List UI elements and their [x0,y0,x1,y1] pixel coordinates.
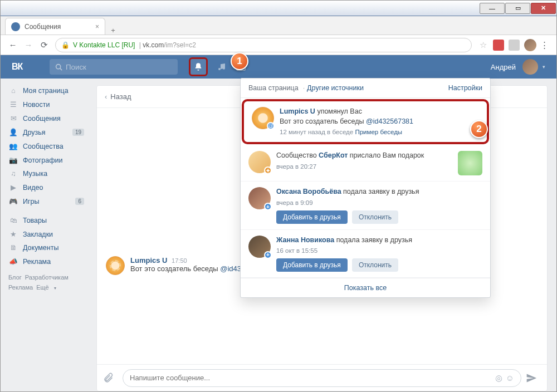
notif-body: Жанна Новикова подала заявку в друзья 16… [276,236,482,272]
sidebar-item-groups[interactable]: 👥Сообщества [5,139,87,153]
url-host: vk.com [143,41,164,49]
notif-avatar[interactable]: + [248,187,271,209]
message-input[interactable] [130,374,492,382]
forward-icon[interactable]: → [21,40,36,50]
sidebar-item-messages[interactable]: ✉Сообщения [5,111,87,125]
tab-close-icon[interactable]: × [95,23,99,31]
sidebar-item-news[interactable]: ☰Новости [5,97,87,111]
notif-tab-your[interactable]: Ваша страница [248,84,299,92]
vk-logo[interactable]: ВК [12,62,27,71]
window-close[interactable]: ✕ [531,3,556,14]
groups-icon: 👥 [8,142,18,150]
camera-icon[interactable]: ◎ [495,373,502,383]
notif-user-link[interactable]: Оксана Воробьёва [276,188,341,195]
header-avatar [522,59,538,75]
sidebar-item-ads[interactable]: 📣Реклама [5,254,87,268]
search-icon [55,63,62,71]
notif-avatar[interactable]: ✦ [248,151,271,173]
message-input-wrap[interactable]: ◎ ☺ [123,369,521,387]
message-icon: ✉ [8,114,18,122]
back-icon[interactable]: ← [5,40,21,50]
notification-item[interactable]: + Оксана Воробьёва подала заявку в друзь… [241,182,490,230]
message-time: 17:50 [172,257,187,264]
ssl-cert-name: V Kontakte LLC [RU] [73,41,135,49]
ads-icon: 📣 [8,257,18,266]
header-user[interactable]: Андрей ▾ [491,59,545,75]
sidebar-item-market[interactable]: 🛍Товары [5,214,87,227]
video-icon: ▶ [8,183,18,192]
extension-icon[interactable] [509,40,520,51]
sidebar-item-bookmarks[interactable]: ★Закладки [5,227,87,241]
notif-avatar[interactable]: + [248,236,271,258]
footer-blog[interactable]: Блог [8,274,22,281]
search-box[interactable] [50,59,178,75]
send-icon[interactable] [526,373,541,384]
notif-tab-other[interactable]: Другие источники [307,84,364,92]
highlighted-notification: @ Lumpics U упомянул Вас Вот это создате… [242,99,489,144]
home-icon: ⌂ [8,87,18,95]
notifications-tabs: Ваша страница · Другие источники Настрой… [241,79,490,98]
svg-text:ВК: ВК [12,62,23,71]
footer-dev[interactable]: Разработчикам [25,274,69,281]
notif-user-link[interactable]: Жанна Новикова [276,236,334,244]
bookmark-icon: ★ [8,230,18,238]
browser-tab[interactable]: Сообщения × [5,18,105,35]
emoji-icon[interactable]: ☺ [506,373,514,383]
notifications-button[interactable] [189,57,208,76]
badge: 6 [75,198,84,205]
accept-friend-button[interactable]: Добавить в друзья [276,258,348,272]
gift-thumbnail[interactable] [458,151,482,175]
extension-icon[interactable] [493,40,504,51]
notif-user-link[interactable]: СберКот [319,151,348,159]
sidebar-item-friends[interactable]: 👤Друзья19 [5,125,87,139]
message-avatar[interactable] [106,256,125,275]
window-titlebar: — ▭ ✕ [1,1,556,16]
message-author[interactable]: Lumpics U [130,256,167,264]
header-username: Андрей [491,63,516,71]
notifications-dropdown: Ваша страница · Другие источники Настрой… [240,78,491,298]
sidebar-item-video[interactable]: ▶Видео [5,180,87,194]
browser-tabbar: Сообщения × + [1,16,556,35]
decline-friend-button[interactable]: Отклонить [352,258,398,272]
address-bar[interactable]: 🔒 V Kontakte LLC [RU] | vk.com/im?sel=c2 [55,38,472,52]
new-tab-button[interactable]: + [105,26,121,35]
room-link[interactable]: Пример беседы [355,129,402,135]
notification-item[interactable]: + Жанна Новикова подала заявку в друзья … [241,230,490,278]
back-link[interactable]: Назад [110,92,131,101]
notification-item[interactable]: @ Lumpics U упомянул Вас Вот это создате… [246,104,485,140]
notification-item[interactable]: ✦ Сообщество СберКот прислало Вам подаро… [241,145,490,182]
mention-badge-icon: @ [267,122,275,130]
footer-ads[interactable]: Реклама [8,284,33,291]
market-icon: 🛍 [8,217,18,224]
menu-icon[interactable]: ⋮ [536,40,552,50]
show-all-link[interactable]: Показать все [241,278,490,297]
add-badge-icon: + [264,203,272,210]
sidebar-item-photos[interactable]: 📷Фотографии [5,153,87,167]
music-icon: ♫ [8,170,18,178]
svg-rect-0 [13,24,18,30]
url-path: /im?sel=c2 [164,41,196,49]
reload-icon[interactable]: ⟳ [36,40,52,50]
notif-settings-link[interactable]: Настройки [448,84,482,92]
browser-window: — ▭ ✕ Сообщения × + ← → ⟳ 🔒 V Kontakte L… [0,0,557,392]
notif-avatar[interactable]: @ [252,107,274,129]
lock-icon: 🔒 [61,41,70,49]
sidebar-item-music[interactable]: ♫Музыка [5,167,87,180]
sidebar-item-games[interactable]: 🎮Игры6 [5,194,87,208]
sidebar-item-mypage[interactable]: ⌂Моя страница [5,84,87,97]
window-maximize[interactable]: ▭ [505,3,530,14]
accept-friend-button[interactable]: Добавить в друзья [276,210,348,224]
news-icon: ☰ [8,100,18,109]
profile-avatar[interactable] [524,39,536,51]
search-input[interactable] [66,63,172,71]
notif-user-link[interactable]: Lumpics U [280,107,315,115]
mention-link[interactable]: @id432567381 [366,117,413,125]
music-icon[interactable] [217,62,227,72]
decline-friend-button[interactable]: Отклонить [352,210,398,224]
window-minimize[interactable]: — [480,3,505,14]
star-icon[interactable]: ☆ [475,40,491,50]
photo-icon: 📷 [8,156,18,164]
sidebar-item-docs[interactable]: 🗎Документы [5,241,87,254]
attach-icon[interactable] [102,373,118,384]
footer-more[interactable]: Ещё [36,284,49,291]
